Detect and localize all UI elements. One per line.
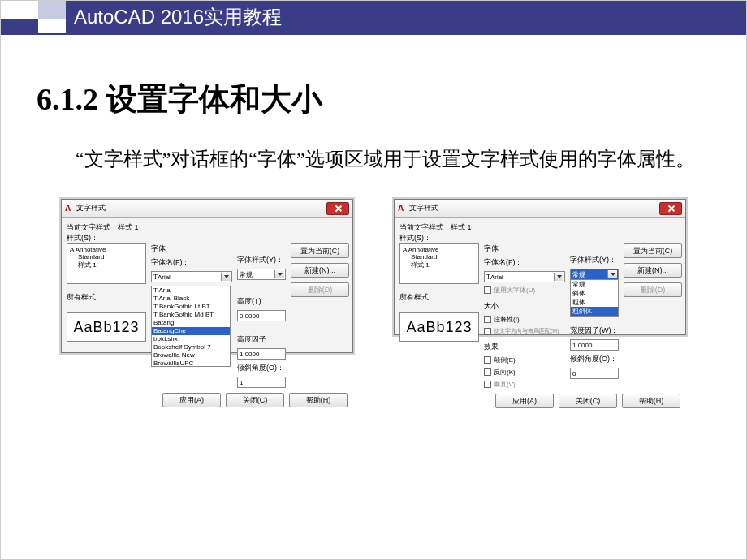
font-style-open-list[interactable]: 常规斜体粗体粗斜体: [570, 279, 619, 317]
height-label: 高度(T): [237, 296, 286, 307]
chevron-down-icon[interactable]: [607, 270, 617, 278]
chevron-down-icon[interactable]: [554, 273, 563, 281]
width-factor-label: 宽度因子(W)：: [570, 325, 619, 336]
new-style-button[interactable]: 新建(N)...: [291, 263, 349, 278]
height-input[interactable]: 0.0000: [237, 310, 286, 321]
titlebar: A 文字样式: [395, 200, 685, 218]
font-list-item[interactable]: BatangChe: [152, 327, 230, 335]
dialog-title: 文字样式: [76, 203, 106, 213]
preview-box: AaBb123: [399, 312, 479, 342]
course-title: AutoCAD 2016实用教程: [66, 1, 746, 33]
dialog-title: 文字样式: [409, 203, 438, 213]
font-list-item[interactable]: T Arial Black: [152, 295, 230, 303]
font-style-label: 字体样式(Y)：: [237, 255, 286, 265]
section-paragraph: “文字样式”对话框的“字体”选项区域用于设置文字样式使用的字体属性。: [37, 144, 710, 174]
font-list-item[interactable]: Bookshelf Symbol 7: [152, 343, 230, 351]
font-list-item[interactable]: T BankGothic Md BT: [152, 311, 230, 319]
font-name-dropdown[interactable]: T Arial: [151, 271, 232, 282]
font-name-dropdown[interactable]: T Arial: [484, 271, 565, 282]
close-icon[interactable]: [659, 202, 682, 215]
font-style-option[interactable]: 斜体: [571, 289, 618, 298]
chevron-down-icon[interactable]: [221, 273, 231, 281]
font-style-dropdown-open[interactable]: 常规: [570, 269, 619, 280]
oblique-input[interactable]: 1: [237, 377, 286, 388]
height-factor-input[interactable]: 1.0000: [237, 348, 286, 360]
match-orient-checkbox: 使文字方向与布局匹配(M): [484, 327, 565, 335]
header-accent-light: [38, 1, 66, 19]
oblique-label: 倾斜角度(O)：: [237, 363, 286, 373]
new-style-button[interactable]: 新建(N)...: [624, 263, 682, 278]
big-font-checkbox[interactable]: 使用大字体(U): [484, 286, 565, 295]
font-list-item[interactable]: T Arial: [152, 286, 230, 295]
styles-listbox[interactable]: A Annotative Standard 样式 1: [399, 243, 479, 284]
apply-button[interactable]: 应用(A): [162, 393, 221, 407]
font-style-option[interactable]: 常规: [571, 280, 618, 289]
delete-style-button[interactable]: 删除(D): [624, 282, 682, 297]
chevron-down-icon[interactable]: [274, 270, 284, 278]
backwards-checkbox[interactable]: 反向(K): [484, 368, 565, 377]
text-style-dialog-2: A 文字样式 当前文字样式：样式 1 样式(S)： A Annotative S…: [394, 199, 686, 335]
header-underline: [1, 33, 746, 35]
autocad-icon: A: [398, 205, 406, 213]
font-name-label: 字体名(F)：: [484, 257, 565, 268]
set-current-button[interactable]: 置为当前(C): [291, 243, 349, 258]
font-group-label: 字体: [151, 243, 232, 254]
width-factor-input[interactable]: 1.0000: [570, 339, 619, 351]
styles-label: 样式(S)：: [67, 233, 348, 243]
all-styles-label: 所有样式: [67, 292, 146, 303]
current-style-label: 当前文字样式：样式 1: [399, 222, 680, 233]
font-name-label: 字体名(F)：: [151, 257, 232, 268]
annotative-checkbox[interactable]: 注释性(I): [484, 315, 565, 324]
all-styles-label: 所有样式: [399, 292, 479, 303]
styles-label: 样式(S)：: [399, 233, 680, 243]
size-group-label: 大小: [484, 301, 565, 312]
preview-box: AaBb123: [67, 312, 146, 342]
font-style-option[interactable]: 粗斜体: [571, 307, 618, 316]
autocad-icon: A: [65, 205, 73, 213]
set-current-button[interactable]: 置为当前(C): [624, 243, 682, 258]
oblique-label: 倾斜角度(O)：: [570, 354, 619, 364]
font-list-item[interactable]: Browallia New: [152, 351, 230, 360]
header-accent-dark: [1, 19, 38, 33]
font-style-option[interactable]: 粗体: [571, 298, 618, 307]
section-heading: 6.1.2 设置字体和大小: [37, 79, 710, 120]
height-factor-label: 高度因子：: [237, 334, 286, 345]
delete-style-button[interactable]: 删除(D): [291, 282, 349, 297]
close-button[interactable]: 关闭(C): [559, 394, 617, 408]
vertical-checkbox: 垂直(V): [484, 380, 565, 389]
titlebar: A 文字样式: [62, 200, 352, 218]
upside-down-checkbox[interactable]: 颠倒(E): [484, 355, 565, 364]
font-list-item[interactable]: BrowalliaUPC: [152, 360, 230, 367]
font-list-item[interactable]: T BankGothic Lt BT: [152, 303, 230, 311]
font-list-item[interactable]: Batang: [152, 319, 230, 327]
apply-button[interactable]: 应用(A): [495, 394, 554, 408]
font-style-label: 字体样式(Y)：: [570, 255, 619, 265]
effects-group-label: 效果: [484, 342, 565, 352]
font-list-item[interactable]: bold.shx: [152, 335, 230, 343]
font-group-label: 字体: [484, 243, 565, 254]
close-button[interactable]: 关闭(C): [226, 393, 284, 407]
text-style-dialog-1: A 文字样式 当前文字样式：样式 1 样式(S)： A Annotative S…: [61, 199, 353, 353]
current-style-label: 当前文字样式：样式 1: [67, 222, 348, 233]
font-style-dropdown[interactable]: 常规: [237, 269, 286, 280]
help-button[interactable]: 帮助(H): [622, 394, 680, 408]
close-icon[interactable]: [326, 202, 349, 215]
help-button[interactable]: 帮助(H): [289, 393, 348, 407]
slide-header: AutoCAD 2016实用教程: [1, 1, 746, 40]
styles-listbox[interactable]: A Annotative Standard 样式 1: [67, 243, 146, 284]
oblique-input[interactable]: 0: [570, 368, 619, 379]
font-name-open-list[interactable]: T ArialT Arial BlackT BankGothic Lt BTT …: [151, 286, 231, 367]
